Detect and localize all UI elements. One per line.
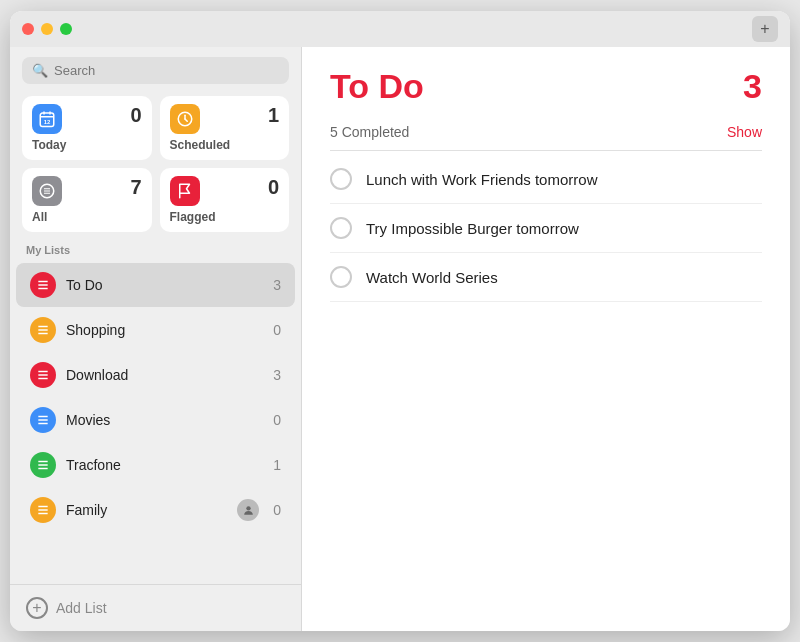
- todo-list-count: 3: [273, 277, 281, 293]
- search-input[interactable]: [54, 63, 279, 78]
- smart-card-today[interactable]: 12 0 Today: [22, 96, 152, 160]
- search-bar[interactable]: 🔍: [22, 57, 289, 84]
- sidebar-item-movies[interactable]: Movies 0: [16, 398, 295, 442]
- all-count: 7: [130, 176, 141, 199]
- today-count: 0: [130, 104, 141, 127]
- task-text-2: Try Impossible Burger tomorrow: [366, 220, 579, 237]
- shopping-list-count: 0: [273, 322, 281, 338]
- tracfone-list-name: Tracfone: [66, 457, 263, 473]
- add-button[interactable]: +: [752, 16, 778, 42]
- sidebar-item-tracfone[interactable]: Tracfone 1: [16, 443, 295, 487]
- app-window: + 🔍: [10, 11, 790, 631]
- svg-point-30: [246, 506, 250, 510]
- scheduled-icon: [170, 104, 200, 134]
- main-panel: To Do 3 5 Completed Show Lunch with Work…: [302, 47, 790, 631]
- shopping-list-name: Shopping: [66, 322, 263, 338]
- family-list-name: Family: [66, 502, 227, 518]
- task-item-2[interactable]: Try Impossible Burger tomorrow: [330, 204, 762, 253]
- svg-text:12: 12: [44, 119, 51, 125]
- show-completed-button[interactable]: Show: [727, 124, 762, 140]
- close-button[interactable]: [22, 23, 34, 35]
- task-text-3: Watch World Series: [366, 269, 498, 286]
- page-title: To Do: [330, 67, 424, 106]
- sidebar-item-download[interactable]: Download 3: [16, 353, 295, 397]
- completed-label: 5 Completed: [330, 124, 409, 140]
- family-list-count: 0: [273, 502, 281, 518]
- main-header: To Do 3: [330, 67, 762, 106]
- task-text-1: Lunch with Work Friends tomorrow: [366, 171, 597, 188]
- flagged-count: 0: [268, 176, 279, 199]
- title-bar: +: [10, 11, 790, 47]
- shopping-list-icon: [30, 317, 56, 343]
- completed-row: 5 Completed Show: [330, 124, 762, 151]
- task-item-1[interactable]: Lunch with Work Friends tomorrow: [330, 155, 762, 204]
- add-list-label: Add List: [56, 600, 107, 616]
- task-count: 3: [743, 67, 762, 106]
- task-list: Lunch with Work Friends tomorrow Try Imp…: [330, 155, 762, 302]
- sidebar-item-family[interactable]: Family 0: [16, 488, 295, 532]
- task-item-3[interactable]: Watch World Series: [330, 253, 762, 302]
- add-list-button[interactable]: + Add List: [10, 584, 301, 631]
- search-icon: 🔍: [32, 63, 48, 78]
- tracfone-list-icon: [30, 452, 56, 478]
- scheduled-label: Scheduled: [170, 138, 280, 152]
- smart-card-all[interactable]: 7 All: [22, 168, 152, 232]
- flagged-label: Flagged: [170, 210, 280, 224]
- my-lists-heading: My Lists: [10, 244, 301, 262]
- movies-list-name: Movies: [66, 412, 263, 428]
- scheduled-count: 1: [268, 104, 279, 127]
- download-list-name: Download: [66, 367, 263, 383]
- main-content: 🔍 12: [10, 47, 790, 631]
- maximize-button[interactable]: [60, 23, 72, 35]
- task-checkbox-3[interactable]: [330, 266, 352, 288]
- task-checkbox-2[interactable]: [330, 217, 352, 239]
- list-items-container: To Do 3 Shopping 0: [10, 262, 301, 584]
- sidebar: 🔍 12: [10, 47, 302, 631]
- minimize-button[interactable]: [41, 23, 53, 35]
- sidebar-item-todo[interactable]: To Do 3: [16, 263, 295, 307]
- smart-card-flagged[interactable]: 0 Flagged: [160, 168, 290, 232]
- todo-list-name: To Do: [66, 277, 263, 293]
- smart-card-scheduled[interactable]: 1 Scheduled: [160, 96, 290, 160]
- task-checkbox-1[interactable]: [330, 168, 352, 190]
- today-icon: 12: [32, 104, 62, 134]
- smart-lists-grid: 12 0 Today: [10, 96, 301, 244]
- traffic-lights: [22, 23, 72, 35]
- family-list-icon: [30, 497, 56, 523]
- all-icon: [32, 176, 62, 206]
- add-list-icon: +: [26, 597, 48, 619]
- sidebar-item-shopping[interactable]: Shopping 0: [16, 308, 295, 352]
- flagged-icon: [170, 176, 200, 206]
- movies-list-icon: [30, 407, 56, 433]
- all-label: All: [32, 210, 142, 224]
- todo-list-icon: [30, 272, 56, 298]
- download-list-count: 3: [273, 367, 281, 383]
- tracfone-list-count: 1: [273, 457, 281, 473]
- svg-line-7: [185, 119, 187, 121]
- today-label: Today: [32, 138, 142, 152]
- download-list-icon: [30, 362, 56, 388]
- family-badge: [237, 499, 259, 521]
- movies-list-count: 0: [273, 412, 281, 428]
